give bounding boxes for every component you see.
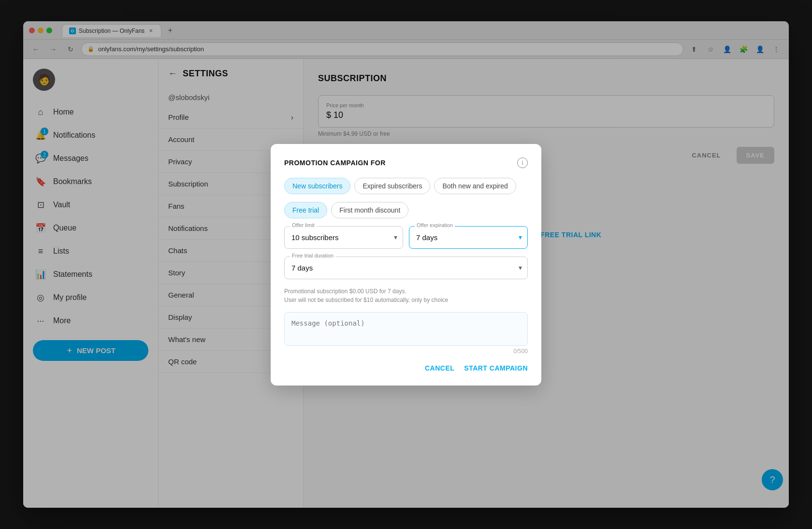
modal-overlay[interactable]: PROMOTION CAMPAIGN FOR i New subscribers… [0,0,812,529]
message-field[interactable] [284,312,528,346]
info-line-1: Promotional subscription $0.00 USD for 7… [284,288,406,295]
modal-action-buttons: CANCEL START CAMPAIGN [284,364,528,372]
char-count: 0/500 [284,348,528,355]
tab-expired-subscribers[interactable]: Expired subscribers [354,178,430,194]
tab-both-subscribers[interactable]: Both new and expired [434,178,516,194]
tab-new-subscribers[interactable]: New subscribers [284,178,350,194]
modal-header: PROMOTION CAMPAIGN FOR i [284,157,528,168]
free-trial-duration-label: Free trial duration [290,253,335,258]
info-icon[interactable]: i [517,157,528,168]
subscriber-tab-group: New subscribers Expired subscribers Both… [284,178,528,194]
modal-cancel-button[interactable]: CANCEL [425,364,454,372]
promo-type-tab-group: Free trial First month discount [284,202,528,218]
free-trial-duration-select[interactable]: 7 days [284,257,528,279]
offer-limit-field: Offer limit 10 subscribers ▾ [284,226,403,249]
offer-expiration-select[interactable]: 7 days [409,226,528,249]
tab-free-trial[interactable]: Free trial [284,202,327,218]
promotion-campaign-modal: PROMOTION CAMPAIGN FOR i New subscribers… [271,144,541,386]
free-trial-duration-row: Free trial duration 7 days ▾ [284,257,528,279]
info-line-2: User will not be subscribed for $10 auto… [284,297,448,303]
tab-first-month-discount[interactable]: First month discount [331,202,408,218]
offer-limit-label: Offer limit [290,222,317,228]
offer-expiration-label: Offer expiration [415,222,455,228]
free-trial-duration-field: Free trial duration 7 days ▾ [284,257,528,279]
modal-title: PROMOTION CAMPAIGN FOR [284,159,386,167]
offer-expiration-field: Offer expiration 7 days ▾ [409,226,528,249]
offer-form-row: Offer limit 10 subscribers ▾ Offer expir… [284,226,528,249]
start-campaign-button[interactable]: START CAMPAIGN [464,364,528,372]
offer-limit-select[interactable]: 10 subscribers [284,226,403,249]
promotion-info-text: Promotional subscription $0.00 USD for 7… [284,287,528,304]
